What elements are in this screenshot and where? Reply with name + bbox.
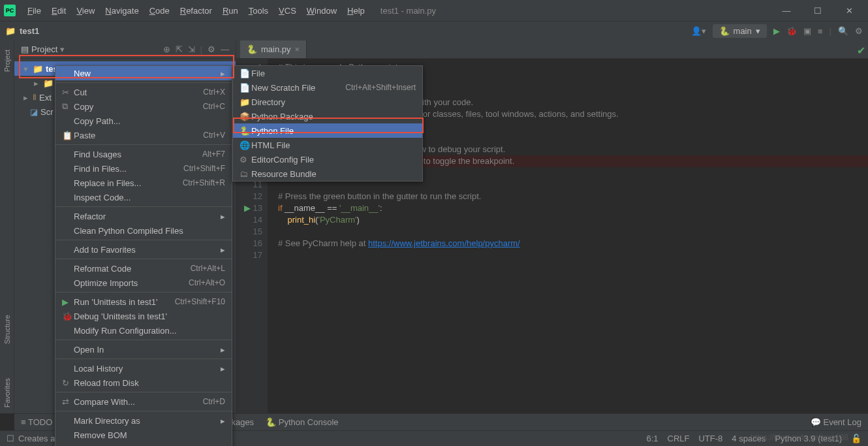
context-menu-item[interactable]: Remove BOM — [55, 428, 232, 442]
tree-item-label: Scr — [40, 107, 54, 117]
user-icon[interactable]: 👤▾ — [691, 26, 706, 36]
context-menu-item[interactable]: Reformat CodeCtrl+Alt+L — [55, 261, 232, 276]
status-encoding[interactable]: UTF-8 — [698, 434, 722, 443]
event-log-tab[interactable]: 💬 Event Log — [811, 417, 861, 427]
context-menu-item[interactable]: Replace in Files...Ctrl+Shift+R — [55, 176, 232, 190]
tab-filename: main.py — [261, 44, 291, 54]
pycharm-icon: PC — [4, 5, 16, 16]
menu-item[interactable]: Help — [343, 3, 369, 18]
bottom-tab[interactable]: ≡ TODO — [21, 417, 52, 427]
gutter-line: 12 — [236, 191, 262, 202]
window-title: test1 - main.py — [380, 6, 436, 16]
new-submenu-item[interactable]: ⚙EditorConfig File — [233, 152, 422, 167]
search-icon[interactable]: 🔍 — [838, 26, 848, 36]
breadcrumb-project[interactable]: test1 — [20, 26, 39, 36]
editor-tab[interactable]: 🐍 main.py × — [240, 40, 307, 58]
collapse-icon[interactable]: ⇲ — [188, 44, 195, 54]
context-menu-item[interactable]: Find UsagesAlt+F7 — [55, 147, 232, 161]
coverage-button[interactable]: ▣ — [803, 26, 811, 36]
project-panel-title: Project — [31, 44, 57, 54]
inspection-ok-icon[interactable]: ✔ — [857, 44, 865, 57]
dropdown-icon: ▾ — [756, 26, 760, 36]
context-menu-item[interactable]: Modify Run Configuration... — [55, 323, 232, 338]
context-menu-item[interactable]: ⧉CopyCtrl+C — [55, 99, 232, 114]
tree-item-label: Ext — [39, 93, 52, 103]
new-submenu-item[interactable]: 📄File — [233, 66, 422, 80]
context-menu-item[interactable]: Inspect Code... — [55, 190, 232, 204]
gutter-line: 17 — [236, 249, 262, 261]
structure-tool-tab[interactable]: Structure — [3, 311, 11, 348]
context-menu-item[interactable]: Refactor▸ — [55, 209, 232, 223]
status-line-separator[interactable]: CRLF — [668, 434, 690, 443]
locate-icon[interactable]: ⊕ — [163, 44, 170, 54]
context-menu: New▸✂CutCtrl+X⧉CopyCtrl+CCopy Path...📋Pa… — [55, 65, 232, 446]
context-menu-item[interactable]: Local History▸ — [55, 361, 232, 375]
window-controls: — ☐ ✕ — [771, 0, 864, 21]
new-submenu-item[interactable]: 🐍Python File — [233, 123, 422, 138]
context-menu-item[interactable]: Copy Path... — [55, 114, 232, 128]
context-menu-item[interactable]: ▶Run 'Unittests in test1'Ctrl+Shift+F10 — [55, 295, 232, 309]
context-menu-item[interactable]: ↻Reload from Disk — [55, 375, 232, 390]
gutter-line: ▶ 13 — [236, 202, 262, 214]
menu-item[interactable]: Window — [303, 3, 341, 18]
context-menu-item[interactable]: Add BOM — [55, 442, 232, 446]
navigation-bar: 📁 test1 👤▾ 🐍 main ▾ ▶ 🐞 ▣ ■ | 🔍 ⚙ — [0, 21, 868, 40]
gutter-line: 14 — [236, 214, 262, 226]
run-config-label: main — [734, 26, 752, 36]
python-icon: 🐍 — [247, 44, 257, 54]
close-button[interactable]: ✕ — [834, 0, 864, 21]
menu-item[interactable]: Run — [219, 3, 242, 18]
stop-button[interactable]: ■ — [818, 26, 823, 36]
context-menu-item[interactable]: 📋PasteCtrl+V — [55, 128, 232, 142]
context-menu-item[interactable]: ⇄Compare With...Ctrl+D — [55, 394, 232, 409]
debug-button[interactable]: 🐞 — [786, 26, 797, 36]
context-menu-item[interactable]: Add to Favorites▸ — [55, 242, 232, 257]
context-menu-item[interactable]: Clean Python Compiled Files — [55, 223, 232, 238]
context-menu-item[interactable]: Find in Files...Ctrl+Shift+F — [55, 161, 232, 176]
menu-item[interactable]: Code — [146, 3, 174, 18]
left-tool-strip: Project Structure Favorites — [0, 40, 14, 413]
settings-icon[interactable]: ⚙ — [855, 26, 863, 36]
menu-item[interactable]: VCS — [275, 3, 300, 18]
lock-icon[interactable]: 🔓 — [851, 434, 861, 443]
project-icon: ▤ — [21, 44, 29, 54]
run-configuration[interactable]: 🐍 main ▾ — [713, 24, 767, 38]
editor-tabs: 🐍 main.py × — [236, 40, 868, 59]
gutter-line: 16 — [236, 238, 262, 249]
minimize-button[interactable]: — — [771, 0, 801, 21]
project-tool-tab[interactable]: Project — [3, 46, 11, 76]
gear-icon[interactable]: ⚙ — [208, 44, 215, 54]
new-submenu-item[interactable]: 🌐HTML File — [233, 138, 422, 152]
menu-bar: FileEditViewNavigateCodeRefactorRunTools… — [23, 3, 369, 18]
new-submenu-item[interactable]: 📁Directory — [233, 95, 422, 109]
hide-icon[interactable]: — — [221, 44, 229, 54]
status-hint-icon: ☐ — [7, 434, 14, 443]
bottom-tab[interactable]: 🐍 Python Console — [266, 417, 338, 427]
maximize-button[interactable]: ☐ — [803, 0, 833, 21]
new-submenu-item[interactable]: 🗂Resource Bundle — [233, 167, 422, 181]
context-menu-item[interactable]: Mark Directory as▸ — [55, 413, 232, 428]
favorites-tool-tab[interactable]: Favorites — [3, 374, 11, 411]
context-menu-item[interactable]: Optimize ImportsCtrl+Alt+O — [55, 276, 232, 290]
run-button[interactable]: ▶ — [773, 26, 780, 36]
menu-item[interactable]: Refactor — [176, 3, 216, 18]
menu-item[interactable]: Tools — [245, 3, 272, 18]
context-menu-item[interactable]: 🐞Debug 'Unittests in test1' — [55, 309, 232, 323]
close-icon[interactable]: × — [295, 44, 300, 54]
menu-item[interactable]: File — [23, 3, 45, 18]
menu-item[interactable]: View — [72, 3, 99, 18]
new-submenu: 📄File📄New Scratch FileCtrl+Alt+Shift+Ins… — [232, 65, 423, 182]
context-menu-item[interactable]: New▸ — [55, 66, 232, 80]
title-bar: PC FileEditViewNavigateCodeRefactorRunTo… — [0, 0, 868, 21]
new-submenu-item[interactable]: 📦Python Package — [233, 109, 422, 123]
watermark: https://blog.csdn.net/mgdj88 — [751, 433, 848, 442]
context-menu-item[interactable]: ✂CutCtrl+X — [55, 85, 232, 99]
status-position[interactable]: 6:1 — [646, 434, 658, 443]
python-icon: 🐍 — [719, 26, 730, 36]
new-submenu-item[interactable]: 📄New Scratch FileCtrl+Alt+Shift+Insert — [233, 80, 422, 95]
menu-item[interactable]: Navigate — [101, 3, 142, 18]
menu-item[interactable]: Edit — [48, 3, 70, 18]
chevron-down-icon[interactable]: ▾ — [60, 44, 65, 54]
expand-icon[interactable]: ⇱ — [176, 44, 183, 54]
context-menu-item[interactable]: Open In▸ — [55, 342, 232, 357]
